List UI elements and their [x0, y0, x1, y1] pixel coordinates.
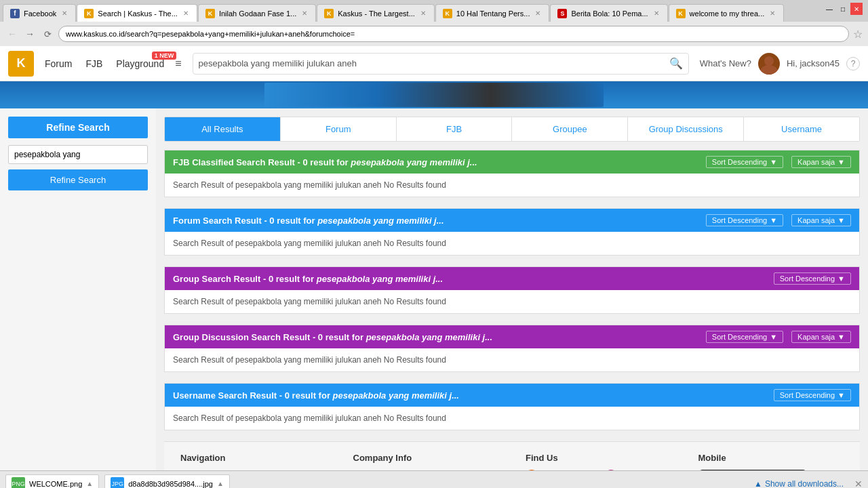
search-submit-icon[interactable]: 🔍 [669, 57, 683, 70]
tab-forum[interactable]: Forum [281, 117, 397, 141]
forum-nav-link[interactable]: Forum [45, 58, 72, 69]
browser-tab-kaskus-search[interactable]: K Search | Kaskus - The... ✕ [77, 4, 197, 22]
fjb-kapan-dropdown[interactable]: Kapan saja ▼ [791, 156, 851, 168]
group-sort-dropdown[interactable]: Sort Descending ▼ [774, 272, 851, 285]
fjb-section-controls: Sort Descending ▼ Kapan saja ▼ [706, 156, 851, 168]
user-avatar[interactable] [758, 53, 780, 75]
social-instagram[interactable]: I Instagram [605, 470, 671, 470]
tab-close-kaskus-largest[interactable]: ✕ [419, 9, 427, 17]
browser-tab-inilah[interactable]: K Inilah Godaan Fase 1... ✕ [198, 4, 316, 22]
browser-tab-welcome[interactable]: K welcome to my threa... ✕ [669, 4, 785, 22]
tab-bar: f Facebook ✕ K Search | Kaskus - The... … [0, 0, 868, 22]
show-all-downloads[interactable]: ▲ Show all downloads... [754, 479, 844, 489]
tab-favicon-facebook: f [10, 9, 20, 18]
tab-all-results[interactable]: All Results [165, 117, 281, 141]
footer-company-col: Company Info Help Center About Us Advert… [353, 453, 499, 470]
tab-favicon-berita: S [557, 9, 567, 18]
tab-close-10hal[interactable]: ✕ [534, 9, 542, 17]
results-tabs: All Results Forum FJB Groupee Group Disc… [164, 117, 860, 142]
bookmark-icon[interactable]: ☆ [853, 28, 863, 41]
user-name-label[interactable]: Hi, jackson45 [787, 58, 840, 68]
footer-link-help-center[interactable]: Help Center [353, 470, 499, 470]
tab-close-inilah[interactable]: ✕ [300, 9, 309, 17]
whats-new-link[interactable]: What's New? [700, 58, 751, 68]
username-section-controls: Sort Descending ▼ [774, 389, 851, 401]
back-button[interactable]: ← [5, 27, 19, 41]
download-item-welcome[interactable]: PNG WELCOME.png ▲ [5, 474, 99, 489]
instagram-icon: I [605, 470, 617, 470]
group-section-controls: Sort Descending ▼ [774, 272, 851, 285]
download-arrow-welcome[interactable]: ▲ [86, 480, 93, 487]
help-icon[interactable]: ? [846, 57, 860, 70]
download-item-jpg[interactable]: JPG d8a8d8b3d985d984....jpg ▲ [104, 474, 230, 489]
site-header: K Forum FJB Playground 1 NEW ≡ 🔍 What's … [0, 46, 868, 81]
forward-button[interactable]: → [23, 27, 37, 41]
footer-navigation-col: Navigation Home Forum Jual Beli Groupee [180, 453, 326, 470]
reload-button[interactable]: ⟳ [41, 27, 54, 41]
main-layout: Refine Search Refine Search All Results … [0, 108, 868, 470]
search-input[interactable] [199, 58, 665, 68]
browser-tab-kaskus-largest[interactable]: K Kaskus - The Largest... ✕ [317, 4, 435, 22]
search-bar: 🔍 [193, 53, 689, 75]
forum-result-section: Forum Search Result - 0 result for pesep… [164, 208, 860, 256]
playground-nav-link[interactable]: Playground 1 NEW [116, 58, 164, 69]
mobile-url-button[interactable]: 📱 m.kaskus.co.id [698, 470, 807, 470]
close-button[interactable]: ✕ [850, 3, 863, 15]
group-disc-sort-dropdown[interactable]: Sort Descending ▼ [706, 331, 783, 343]
kaskus-logo[interactable]: K [8, 51, 34, 77]
banner-image [0, 81, 868, 108]
tab-close-kaskus-search[interactable]: ✕ [182, 9, 190, 17]
forum-kapan-dropdown[interactable]: Kapan saja ▼ [791, 214, 851, 226]
tab-group-discussions[interactable]: Group Discussions [628, 117, 744, 141]
forum-section-controls: Sort Descending ▼ Kapan saja ▼ [706, 214, 851, 226]
group-section-title: Group Search Result - 0 result for pesep… [173, 274, 443, 284]
tab-close-berita[interactable]: ✕ [652, 9, 660, 17]
tab-fjb[interactable]: FJB [397, 117, 513, 141]
tab-label-facebook: Facebook [24, 9, 56, 18]
download-icon-jpg: JPG [111, 477, 124, 489]
mindtalk-icon: M [526, 470, 538, 470]
address-input[interactable] [58, 26, 849, 42]
hamburger-menu-icon[interactable]: ≡ [175, 58, 181, 70]
footer-find-us-heading: Find Us [526, 453, 671, 463]
tab-username[interactable]: Username [744, 117, 859, 141]
tab-label-berita: Berita Bola: 10 Pema... [571, 9, 648, 18]
tab-label-welcome: welcome to my threa... [690, 9, 765, 18]
tab-favicon-kaskus-search: K [84, 9, 94, 18]
svg-point-0 [764, 56, 774, 66]
close-downloads-bar[interactable]: ✕ [854, 479, 863, 489]
group-disc-section-header: Group Discussion Search Result - 0 resul… [165, 325, 859, 348]
browser-tab-10hal[interactable]: K 10 Hal Tentang Pers... ✕ [435, 4, 550, 22]
window-controls: — □ ✕ [823, 3, 863, 15]
fjb-sort-dropdown[interactable]: Sort Descending ▼ [706, 156, 783, 168]
browser-tab-berita[interactable]: S Berita Bola: 10 Pema... ✕ [550, 4, 667, 22]
footer-link-home[interactable]: Home [180, 470, 326, 470]
group-result-section: Group Search Result - 0 result for pesep… [164, 266, 860, 314]
tab-close-facebook[interactable]: ✕ [60, 9, 68, 17]
group-disc-section-controls: Sort Descending ▼ Kapan saja ▼ [706, 331, 851, 343]
group-disc-kapan-dropdown[interactable]: Kapan saja ▼ [791, 331, 851, 343]
refine-search-button[interactable]: Refine Search [8, 169, 148, 190]
minimize-button[interactable]: — [823, 3, 835, 15]
fjb-section-title: FJB Classified Search Result - 0 result … [173, 157, 477, 167]
fjb-nav-link[interactable]: FJB [85, 58, 102, 69]
download-arrow-jpg[interactable]: ▲ [217, 480, 224, 487]
downloads-bar: PNG WELCOME.png ▲ JPG d8a8d8b3d985d984..… [0, 470, 868, 488]
maximize-button[interactable]: □ [837, 3, 849, 15]
username-sort-dropdown[interactable]: Sort Descending ▼ [774, 389, 851, 401]
tab-groupee[interactable]: Groupee [512, 117, 628, 141]
footer-company-heading: Company Info [353, 453, 499, 463]
social-mindtalk[interactable]: M MindTalk [526, 470, 591, 470]
header-right: What's New? Hi, jackson45 ? [700, 53, 860, 75]
footer-mobile-col: Mobile 📱 m.kaskus.co.id ▶ GET IT ON Goog… [698, 453, 844, 470]
forum-section-title: Forum Search Result - 0 result for pesep… [173, 216, 444, 226]
tab-close-welcome[interactable]: ✕ [768, 9, 776, 17]
username-result-section: Username Search Result - 0 result for pe… [164, 383, 860, 430]
refine-search-input[interactable] [8, 145, 148, 164]
fjb-section-body: Search Result of pesepakbola yang memili… [165, 174, 859, 197]
forum-sort-dropdown[interactable]: Sort Descending ▼ [706, 214, 783, 226]
browser-tab-facebook[interactable]: f Facebook ✕ [3, 4, 76, 22]
tab-label-10hal: 10 Hal Tentang Pers... [456, 9, 530, 18]
scroll-area[interactable]: Refine Search Refine Search All Results … [0, 108, 868, 470]
playground-badge: 1 NEW [152, 52, 177, 60]
